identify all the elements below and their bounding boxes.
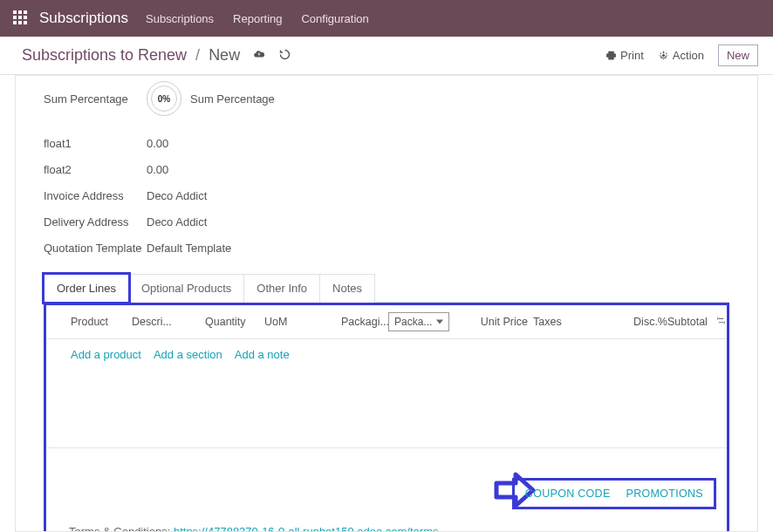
cloud-save-icon[interactable] <box>252 48 266 63</box>
add-row: Add a product Add a section Add a note <box>46 339 727 370</box>
action-label: Action <box>673 49 704 62</box>
delivery-address-label: Delivery Address <box>44 215 147 228</box>
discard-icon[interactable] <box>278 48 291 64</box>
invoice-address-label: Invoice Address <box>44 189 147 202</box>
table-header-row: Product Descri... Quantity UoM Packagi..… <box>46 305 727 339</box>
nav-configuration[interactable]: Configuration <box>301 12 368 25</box>
th-discount[interactable]: Disc.% <box>589 316 667 328</box>
breadcrumb-current: New <box>209 46 240 65</box>
th-packaging[interactable]: Packagi... <box>341 316 388 328</box>
action-button[interactable]: Action <box>658 49 704 62</box>
add-note-link[interactable]: Add a note <box>235 348 290 361</box>
breadcrumb-sep: / <box>195 46 200 65</box>
field-delivery-address: Delivery Address Deco Addict <box>44 208 729 235</box>
delivery-address-value[interactable]: Deco Addict <box>147 215 207 228</box>
quotation-template-label: Quotation Template <box>44 242 147 255</box>
th-package-select[interactable]: Packa... <box>388 312 449 331</box>
tabs: Order Lines Optional Products Other Info… <box>44 273 729 532</box>
order-footer: COUPON CODE PROMOTIONS Terms & Condition… <box>46 473 727 532</box>
th-taxes[interactable]: Taxes <box>528 316 589 328</box>
field-invoice-address: Invoice Address Deco Addict <box>44 182 729 208</box>
nav-reporting[interactable]: Reporting <box>233 12 282 25</box>
field-float1: float1 0.00 <box>44 130 729 156</box>
coupon-code-button[interactable]: COUPON CODE <box>525 488 611 500</box>
table-empty-spacer <box>46 448 727 473</box>
th-subtotal[interactable]: Subtotal <box>667 316 708 328</box>
float1-label: float1 <box>44 137 147 150</box>
print-label: Print <box>620 49 644 62</box>
quotation-template-value[interactable]: Default Template <box>147 242 231 255</box>
th-product[interactable]: Product <box>71 316 132 328</box>
tab-notes[interactable]: Notes <box>319 274 375 303</box>
svg-point-0 <box>662 54 665 57</box>
nav-subscriptions[interactable]: Subscriptions <box>146 12 214 25</box>
package-dropdown[interactable]: Packa... <box>388 312 449 331</box>
coupon-promotions-box: COUPON CODE PROMOTIONS <box>512 478 716 509</box>
field-float2: float2 0.00 <box>44 156 729 182</box>
th-unit-price[interactable]: Unit Price <box>449 316 528 328</box>
sum-percentage-caption: Sum Percentage <box>190 92 275 106</box>
new-button[interactable]: New <box>718 44 758 66</box>
form-sheet: Sum Percentage 0% Sum Percentage float1 … <box>15 75 758 532</box>
field-sum-percentage: Sum Percentage 0% Sum Percentage <box>44 76 729 118</box>
add-section-link[interactable]: Add a section <box>154 348 222 361</box>
gauge-value: 0% <box>151 85 177 112</box>
terms-prefix: Terms & Conditions: <box>69 525 174 532</box>
breadcrumb-bar: Subscriptions to Renew / New Print Actio… <box>0 37 773 75</box>
tab-other-info[interactable]: Other Info <box>243 274 320 303</box>
float2-label: float2 <box>44 163 147 176</box>
invoice-address-value[interactable]: Deco Addict <box>147 189 207 202</box>
apps-icon[interactable] <box>13 10 29 26</box>
gauge-icon: 0% <box>147 81 181 116</box>
tab-optional-products[interactable]: Optional Products <box>128 274 244 303</box>
th-uom[interactable]: UoM <box>264 316 341 328</box>
columns-toggle-icon[interactable] <box>708 315 727 329</box>
order-lines-panel: Product Descri... Quantity UoM Packagi..… <box>44 303 729 532</box>
add-product-link[interactable]: Add a product <box>71 348 141 361</box>
promotions-button[interactable]: PROMOTIONS <box>626 488 703 500</box>
table-empty-area <box>46 370 727 448</box>
th-quantity[interactable]: Quantity <box>205 316 264 328</box>
th-description[interactable]: Descri... <box>132 316 205 328</box>
top-nav: Subscriptions Subscriptions Reporting Co… <box>0 0 773 37</box>
tab-order-lines[interactable]: Order Lines <box>44 274 129 303</box>
brand-title: Subscriptions <box>39 10 128 27</box>
terms-link[interactable]: https://47788270-16-0-all.runbot159.odoo… <box>174 525 439 532</box>
float1-value[interactable]: 0.00 <box>147 137 168 150</box>
float2-value[interactable]: 0.00 <box>147 163 168 176</box>
print-button[interactable]: Print <box>605 49 644 62</box>
field-quotation-template: Quotation Template Default Template <box>44 235 729 261</box>
breadcrumb-back[interactable]: Subscriptions to Renew <box>22 46 187 65</box>
sum-percentage-label: Sum Percentage <box>44 92 147 106</box>
